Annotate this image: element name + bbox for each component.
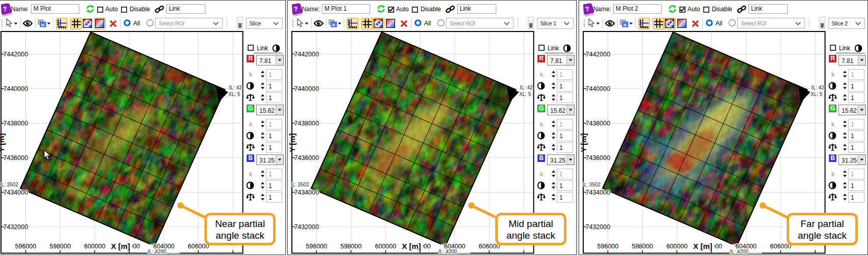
svg-text:L: 3502: L: 3502: [2, 182, 19, 187]
svg-text:7442000: 7442000: [294, 51, 319, 58]
svg-text:XL: 5: XL: 5: [811, 91, 823, 97]
svg-text:IL: 42: IL: 42: [520, 85, 533, 90]
svg-text:606000: 606000: [188, 243, 209, 250]
svg-text:IL: 4200: IL: 4200: [730, 249, 749, 254]
svg-text:IL: 42: IL: 42: [229, 85, 242, 90]
svg-text:7440000: 7440000: [586, 85, 611, 92]
svg-text:IL: 42: IL: 42: [812, 85, 824, 90]
svg-text:7438000: 7438000: [294, 120, 319, 127]
svg-text:600000: 600000: [666, 243, 687, 250]
svg-text:L: 3502: L: 3502: [292, 182, 310, 187]
svg-text:7440000: 7440000: [294, 85, 319, 92]
svg-text:XL: 5: XL: 5: [519, 91, 531, 97]
svg-text:IL: 4200: IL: 4200: [439, 249, 458, 254]
svg-text:596000: 596000: [306, 243, 327, 250]
svg-text:7436000: 7436000: [586, 154, 611, 162]
svg-text:7434000: 7434000: [4, 189, 28, 196]
svg-text:7432000: 7432000: [586, 223, 611, 231]
svg-text:7432000: 7432000: [294, 223, 319, 231]
svg-text:598000: 598000: [632, 243, 653, 250]
svg-text:Far partial: Far partial: [800, 218, 844, 229]
svg-text:angle stack: angle stack: [798, 230, 847, 241]
svg-text:Y [m]: Y [m]: [579, 133, 588, 152]
svg-text:X [m]: X [m]: [111, 242, 130, 250]
svg-text:600000: 600000: [375, 243, 396, 250]
svg-text:Near partial: Near partial: [215, 218, 265, 229]
svg-text:596000: 596000: [15, 243, 37, 250]
svg-text:angle stack: angle stack: [506, 230, 556, 241]
svg-text:XL: 5: XL: 5: [228, 91, 241, 97]
svg-text:7432000: 7432000: [4, 223, 28, 231]
svg-text:X [m]: X [m]: [402, 242, 421, 250]
svg-text:7440000: 7440000: [4, 85, 28, 92]
svg-text:606000: 606000: [770, 243, 791, 250]
svg-text:596000: 596000: [597, 243, 619, 250]
svg-text:606000: 606000: [478, 243, 500, 250]
svg-text:598000: 598000: [340, 243, 362, 250]
svg-text:Mid partial: Mid partial: [508, 218, 553, 229]
svg-text:7442000: 7442000: [586, 51, 611, 58]
svg-text:7434000: 7434000: [586, 189, 611, 196]
svg-text:598000: 598000: [49, 243, 71, 250]
svg-text:600000: 600000: [84, 243, 105, 250]
svg-text:Y [m]: Y [m]: [288, 133, 296, 152]
svg-text:7442000: 7442000: [4, 51, 28, 58]
svg-text:7434000: 7434000: [294, 189, 319, 196]
svg-text:7438000: 7438000: [586, 120, 611, 127]
svg-text:L: 3502: L: 3502: [584, 182, 601, 187]
svg-text:X [m]: X [m]: [693, 242, 712, 250]
svg-text:7436000: 7436000: [294, 154, 319, 162]
svg-text:IL: 4200: IL: 4200: [148, 249, 167, 254]
svg-text:7438000: 7438000: [4, 120, 28, 127]
svg-text:angle stack: angle stack: [216, 230, 265, 241]
svg-text:7436000: 7436000: [4, 154, 28, 162]
svg-text:Y [m]: Y [m]: [0, 133, 6, 152]
